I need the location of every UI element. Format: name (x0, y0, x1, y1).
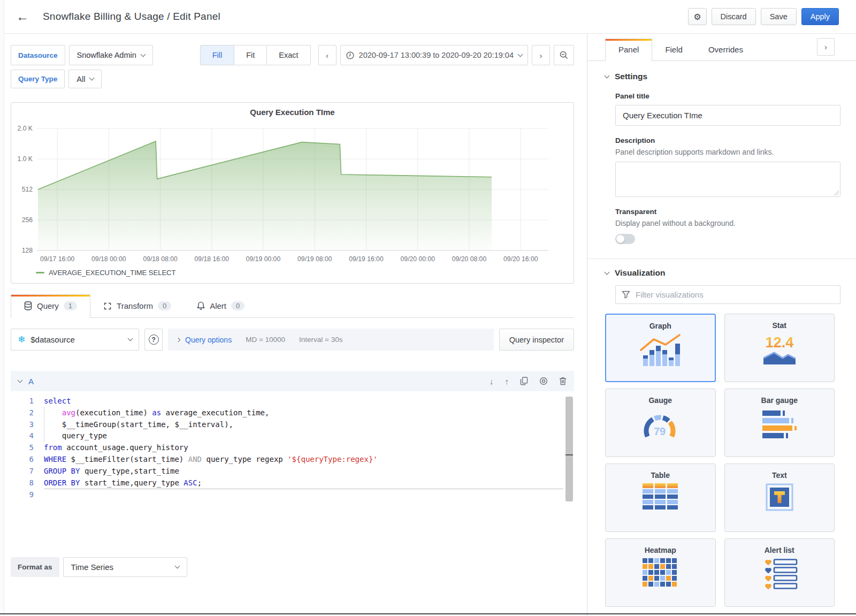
heatmap-viz-icon (642, 558, 678, 589)
graph-viz-icon (639, 334, 682, 367)
svg-text:09/20 00:00: 09/20 00:00 (401, 255, 435, 263)
display-mode-exact[interactable]: Exact (266, 45, 310, 65)
stat-viz-icon: 12.4 (758, 333, 801, 367)
resize-handle-icon[interactable] (834, 191, 839, 195)
tab-panel[interactable]: Panel (605, 39, 652, 61)
table-viz-icon (642, 483, 678, 511)
description-textarea[interactable] (615, 162, 840, 197)
discard-button[interactable]: Discard (712, 8, 756, 25)
bar-gauge-viz-icon (758, 408, 801, 442)
display-mode-fill[interactable]: Fill (201, 45, 234, 65)
code-scrollbar[interactable] (565, 397, 573, 501)
query-type-picker[interactable]: All (68, 70, 102, 88)
time-series-chart[interactable]: 2.0 K1.0 K51225612809/17 16:0009/18 00:0… (11, 119, 572, 265)
collapse-sidebar-button[interactable]: › (817, 38, 835, 56)
tab-alert-badge: 0 (231, 301, 244, 310)
chevron-down-icon (128, 336, 133, 341)
duplicate-query-icon[interactable] (520, 377, 528, 385)
panel-settings-button[interactable]: ⚙ (688, 8, 706, 25)
datasource-help-button[interactable]: ? (144, 329, 163, 351)
viz-card-alert-list[interactable]: Alert list (724, 538, 835, 607)
description-helper: Panel description supports markdown and … (615, 148, 835, 156)
svg-text:09/19 08:00: 09/19 08:00 (297, 255, 332, 263)
section-divider (587, 258, 856, 259)
datasource-label: Datasource (11, 45, 65, 65)
svg-text:12.4: 12.4 (765, 334, 793, 351)
chevron-down-icon (518, 51, 523, 57)
query-row-header[interactable]: A ↓ ↑ (11, 371, 574, 391)
sql-code-editor[interactable]: 1select2 avg(execution_time) as average_… (11, 391, 574, 534)
query-options-toggle[interactable]: Query options (177, 336, 232, 344)
panel-title-input[interactable] (615, 105, 840, 126)
filter-visualizations-input[interactable] (636, 290, 834, 299)
window-bottom-edge (0, 613, 856, 614)
options-sidebar: Panel Field Overrides › Settings Panel t… (587, 34, 856, 616)
tab-query-label: Query (37, 301, 59, 310)
svg-text:512: 512 (22, 186, 33, 193)
tab-alert-label: Alert (210, 301, 226, 310)
description-label: Description (615, 136, 835, 145)
time-shift-forward-button[interactable]: › (532, 45, 550, 65)
panel-editor-content: Datasource Snowflake Admin Fill Fit Exac… (0, 34, 587, 616)
svg-text:2.0 K: 2.0 K (18, 125, 33, 132)
viz-card-stat[interactable]: Stat 12.4 (724, 314, 835, 382)
tab-query[interactable]: Query 1 (11, 294, 90, 318)
visualization-heading: Visualization (615, 268, 665, 278)
viz-card-gauge[interactable]: Gauge 79 (605, 389, 716, 457)
display-mode-fit[interactable]: Fit (234, 45, 266, 65)
tab-overrides[interactable]: Overrides (696, 39, 756, 60)
zoom-out-time-button[interactable] (554, 45, 574, 65)
database-icon (24, 301, 32, 310)
settings-section-header[interactable]: Settings (605, 72, 835, 81)
chevron-down-icon (18, 378, 23, 383)
toggle-knob (616, 235, 624, 243)
page-title: Snowflake Billing & Usage / Edit Panel (43, 11, 220, 22)
tab-transform-label: Transform (117, 301, 153, 310)
sidebar-tabs: Panel Field Overrides › (587, 34, 856, 61)
move-query-up-icon[interactable]: ↑ (505, 377, 509, 386)
viz-card-heatmap[interactable]: Heatmap (605, 538, 716, 607)
time-range-picker[interactable]: 2020-09-17 13:00:39 to 2020-09-20 20:19:… (340, 45, 528, 65)
top-bar: ← Snowflake Billing & Usage / Edit Panel… (0, 0, 856, 34)
tab-field[interactable]: Field (652, 39, 696, 60)
chart-legend[interactable]: AVERAGE_EXECUTION_TIME SELECT (11, 268, 574, 280)
chevron-right-icon (176, 337, 180, 341)
query-options-bar: Query options MD = 10000 Interval = 30s (168, 329, 494, 351)
apply-button[interactable]: Apply (801, 8, 839, 25)
tab-alert[interactable]: Alert 0 (184, 295, 257, 317)
query-ref-id: A (28, 377, 34, 386)
visualization-section-header[interactable]: Visualization (605, 268, 835, 278)
query-datasource-select[interactable]: ❄ $datasource (11, 329, 139, 351)
svg-text:09/17 16:00: 09/17 16:00 (40, 255, 75, 263)
funnel-icon (622, 291, 630, 299)
query-type-value: All (77, 75, 85, 83)
viz-card-text[interactable]: Text (724, 463, 835, 532)
svg-text:79: 79 (654, 425, 666, 437)
viz-card-graph[interactable]: Graph (605, 314, 716, 382)
transparent-helper: Display panel without a background. (615, 219, 835, 227)
move-query-down-icon[interactable]: ↓ (490, 377, 494, 386)
query-datasource-value: $datasource (30, 335, 75, 344)
query-editor-toolbar: ❄ $datasource ? Query options MD = 10000… (11, 329, 574, 351)
visualization-cards: Graph Stat (605, 314, 835, 607)
tab-transform[interactable]: Transform 0 (90, 295, 184, 317)
save-button[interactable]: Save (761, 8, 797, 25)
transparent-toggle[interactable] (615, 234, 635, 244)
viz-card-bar-gauge[interactable]: Bar gauge (724, 389, 835, 457)
chevron-down-icon (605, 269, 610, 275)
datasource-picker[interactable]: Snowflake Admin (69, 45, 153, 65)
back-arrow-icon[interactable]: ← (16, 10, 29, 23)
delete-query-icon[interactable] (559, 377, 567, 385)
tab-query-badge: 1 (64, 301, 77, 310)
format-as-row: Format as Time Series (11, 557, 574, 577)
disable-query-icon[interactable] (539, 377, 548, 385)
text-viz-icon (766, 483, 793, 511)
time-shift-back-button[interactable]: ‹ (318, 45, 337, 65)
chevron-down-icon (174, 564, 180, 569)
viz-card-table[interactable]: Table (605, 463, 716, 532)
datasource-value: Snowflake Admin (77, 51, 136, 59)
format-as-select[interactable]: Time Series (63, 557, 187, 577)
gauge-viz-icon: 79 (639, 408, 682, 444)
format-as-value: Time Series (71, 562, 113, 572)
query-inspector-button[interactable]: Query inspector (499, 329, 574, 351)
